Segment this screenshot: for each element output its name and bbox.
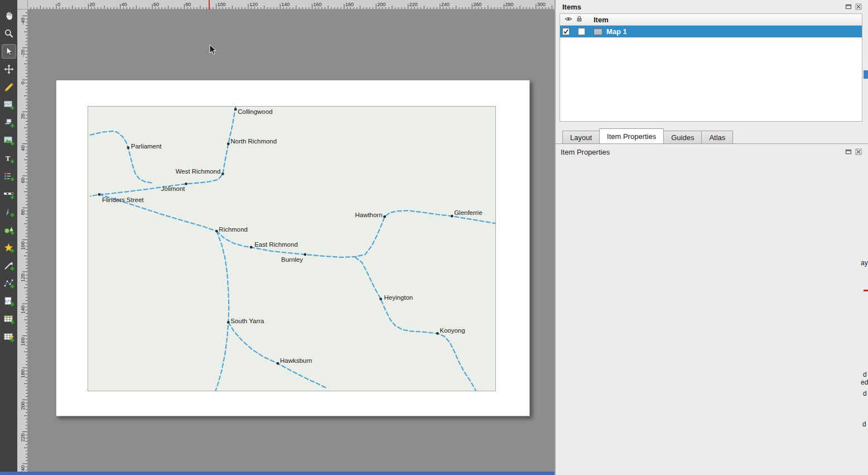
move-item-content-tool[interactable] [2,63,16,76]
add-fixed-table-icon [3,332,15,343]
add-html-icon: </> [3,296,15,307]
tab-layout[interactable]: Layout [562,131,600,143]
edge-fragment-text: d [863,390,867,397]
check-icon [563,28,569,35]
add-arrow-tool[interactable] [2,259,16,272]
layout-page: CollingwoodNorth RichmondParliamentWest … [56,80,530,416]
qgis-layout-window: T </> 02040608 [0,0,868,475]
add-scale-bar-icon [3,189,15,200]
svg-text:0: 0 [57,2,60,7]
edge-fragment-red [864,290,868,291]
items-panel-titlebar: Items [556,0,868,13]
svg-text:-40: -40 [20,17,26,25]
svg-text:Hawksburn: Hawksburn [280,357,312,364]
add-legend-icon [3,171,15,182]
svg-text:-20: -20 [20,50,26,57]
svg-text:100: 100 [218,2,226,7]
add-node-item-tool[interactable] [2,277,16,290]
svg-text:North Richmond: North Richmond [230,138,277,145]
right-dock-area: Items Item [556,0,868,475]
add-map-tool[interactable] [2,98,16,112]
add-arrow-icon [3,260,15,271]
railway-map: CollingwoodNorth RichmondParliamentWest … [88,107,495,391]
edge-fragment-text: d [863,371,867,378]
svg-text:East Richmond: East Richmond [254,241,298,248]
add-3d-map-tool[interactable] [2,116,16,129]
item-properties-titlebar: Item Properties [556,145,868,159]
zoom-tool[interactable] [2,27,16,40]
svg-text:160: 160 [20,338,26,346]
svg-text:Heyington: Heyington [384,294,413,301]
add-north-arrow-icon [3,207,15,218]
svg-text:South Yarra: South Yarra [230,318,264,324]
close-icon [855,148,862,155]
tab-item-properties[interactable]: Item Properties [599,128,664,143]
svg-text:60: 60 [153,2,159,7]
add-scale-bar-tool[interactable] [2,188,16,201]
edge-fragment-blue [864,70,868,79]
svg-text:80: 80 [185,2,191,7]
svg-text:300: 300 [537,2,546,7]
lock-checkbox[interactable] [578,28,585,35]
svg-text:Collingwood: Collingwood [238,108,272,115]
add-label-icon: T [3,153,15,164]
svg-text:Parliament: Parliament [131,143,162,150]
add-attribute-table-icon [3,314,15,325]
svg-text:40: 40 [20,146,26,151]
items-list-header: Item [560,14,862,26]
layout-canvas[interactable]: CollingwoodNorth RichmondParliamentWest … [28,9,554,475]
select-move-item-tool[interactable] [2,45,16,58]
items-panel-close-button[interactable] [855,3,862,11]
svg-text:120: 120 [20,274,26,282]
svg-text:Flinders Street: Flinders Street [102,196,144,203]
visibility-column-eye-icon [563,15,576,25]
svg-text:T: T [5,154,10,162]
items-panel-title: Items [562,3,581,11]
item-properties-float-button[interactable] [845,148,852,156]
tab-guides[interactable]: Guides [663,131,702,143]
add-fixed-table-tool[interactable] [2,330,16,344]
add-attribute-table-tool[interactable] [2,313,16,326]
ruler-corner [17,0,28,9]
magnifier-icon [3,28,15,39]
items-panel-float-button[interactable] [845,3,852,11]
add-map-icon [3,99,15,111]
item-properties-title: Item Properties [561,148,610,156]
svg-text:120: 120 [249,2,258,7]
svg-text:200: 200 [377,2,385,7]
svg-text:0: 0 [20,81,26,84]
add-marker-tool[interactable] [2,241,16,255]
visibility-checkbox[interactable] [562,28,570,35]
add-3d-map-icon [3,117,15,128]
map-item-thumbnail-icon [594,28,602,35]
add-label-tool[interactable]: T [2,152,16,165]
item-properties-close-button[interactable] [855,148,862,156]
svg-text:240: 240 [441,2,450,7]
float-icon [845,3,852,10]
svg-text:100: 100 [20,242,26,250]
edit-nodes-item-tool[interactable] [2,80,16,94]
add-marker-star-icon [3,242,15,253]
tab-atlas[interactable]: Atlas [701,131,733,143]
pan-tool[interactable] [2,9,16,22]
add-shape-tool[interactable] [2,223,16,237]
add-picture-tool[interactable] [2,134,16,147]
add-legend-tool[interactable] [2,170,16,183]
edge-fragment-text: d [862,420,866,428]
move-arrows-icon [3,64,15,75]
add-html-tool[interactable]: </> [2,295,16,308]
add-north-arrow-tool[interactable] [2,205,16,219]
horizontal-ruler: 0204060801001201401601802002202402602803… [28,0,554,9]
svg-text:280: 280 [505,2,514,7]
svg-text:160: 160 [314,2,322,7]
item-row-map-1[interactable]: Map 1 [560,26,862,37]
float-icon [845,148,852,155]
items-list: Item Map 1 [560,13,862,122]
select-arrow-icon [3,46,15,57]
svg-text:200: 200 [20,401,26,410]
svg-text:Glenferrie: Glenferrie [454,209,482,216]
lock-column-lock-icon [576,15,590,25]
map-item-map-1[interactable]: CollingwoodNorth RichmondParliamentWest … [88,106,496,391]
pencil-icon [3,81,15,93]
svg-text:West Richmond: West Richmond [176,168,221,175]
